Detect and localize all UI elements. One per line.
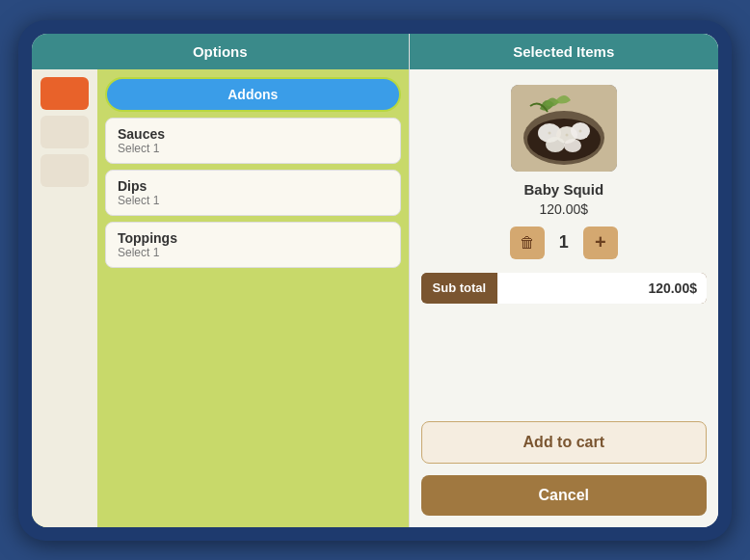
sauces-subtitle: Select 1 (118, 142, 388, 155)
cancel-button[interactable]: Cancel (421, 475, 707, 516)
svg-point-8 (548, 131, 550, 134)
product-name: Baby Squid (524, 181, 604, 198)
dips-subtitle: Select 1 (118, 194, 388, 207)
right-panel-header: Selected Items (410, 34, 718, 69)
add-to-cart-button[interactable]: Add to cart (421, 421, 707, 464)
toppings-option[interactable]: Toppings Select 1 (105, 222, 401, 268)
left-panel-content: Addons Sauces Select 1 Dips Select 1 Top… (32, 69, 409, 527)
subtotal-label: Sub total (421, 273, 498, 303)
quantity-value: 1 (552, 232, 576, 253)
svg-point-7 (564, 139, 581, 152)
toppings-subtitle: Select 1 (118, 246, 388, 259)
quantity-delete-button[interactable]: 🗑 (510, 227, 545, 259)
right-panel-content: Baby Squid 120.00$ 🗑 1 + Sub total 120.0… (410, 69, 718, 421)
quantity-control: 🗑 1 + (510, 227, 618, 259)
product-price: 120.00$ (539, 201, 588, 217)
product-image (511, 85, 617, 172)
right-panel: Selected Items (410, 34, 718, 527)
tablet-frame: Options Addons Sauces Select 1 (18, 20, 732, 541)
sauces-option[interactable]: Sauces Select 1 (105, 118, 401, 164)
addons-tab-label: Addons (228, 87, 278, 102)
cancel-label: Cancel (539, 487, 589, 503)
category-sidebar (32, 69, 97, 527)
dips-title: Dips (118, 178, 388, 194)
options-title: Options (193, 43, 248, 60)
subtotal-row: Sub total 120.00$ (421, 273, 707, 304)
tablet-screen: Options Addons Sauces Select 1 (32, 34, 718, 527)
addons-tab[interactable]: Addons (105, 77, 401, 112)
svg-point-6 (546, 137, 565, 152)
svg-point-9 (565, 133, 568, 136)
category-item-1[interactable] (40, 116, 89, 148)
trash-icon: 🗑 (520, 234, 535, 252)
left-panel: Options Addons Sauces Select 1 (32, 34, 410, 527)
toppings-title: Toppings (118, 230, 388, 246)
quantity-add-button[interactable]: + (583, 227, 618, 259)
sauces-title: Sauces (118, 126, 388, 142)
selected-items-title: Selected Items (513, 43, 614, 60)
add-to-cart-label: Add to cart (523, 434, 604, 450)
left-panel-header: Options (32, 34, 409, 69)
svg-point-10 (578, 129, 581, 132)
category-item-2[interactable] (40, 154, 89, 187)
addons-section: Addons Sauces Select 1 Dips Select 1 Top… (97, 69, 409, 527)
category-item-active[interactable] (40, 77, 89, 110)
product-image-svg (511, 85, 617, 172)
plus-icon: + (595, 231, 606, 253)
subtotal-value: 120.00$ (497, 273, 707, 304)
dips-option[interactable]: Dips Select 1 (105, 170, 401, 216)
bottom-actions: Add to cart Cancel (410, 421, 718, 527)
